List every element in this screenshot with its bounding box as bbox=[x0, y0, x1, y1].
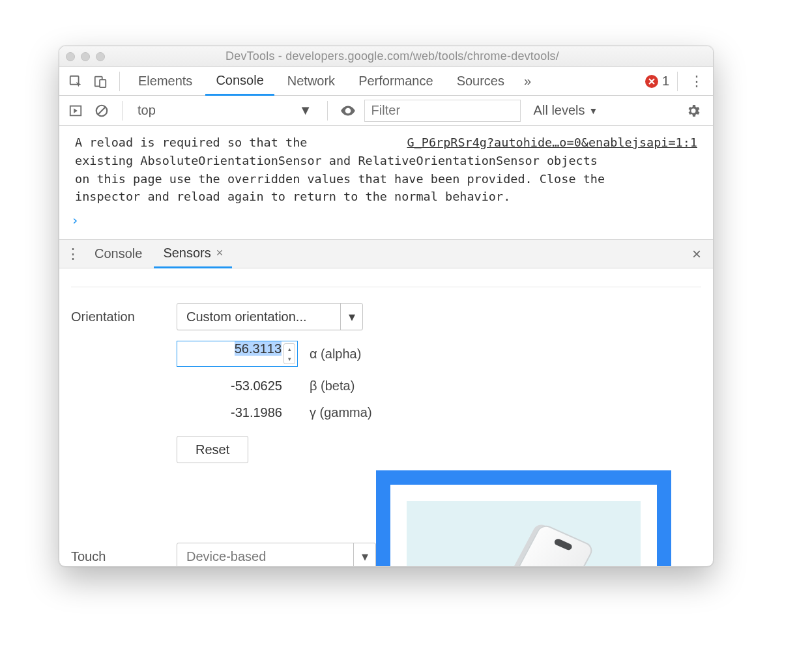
tab-performance[interactable]: Performance bbox=[348, 67, 444, 95]
orientation-preview-highlight bbox=[376, 470, 671, 566]
alpha-value: 56.3113 bbox=[235, 341, 282, 356]
drawer-tab-console[interactable]: Console bbox=[85, 240, 151, 268]
chevron-down-icon: ▼ bbox=[299, 103, 312, 118]
error-icon bbox=[645, 75, 658, 88]
window-title: DevTools - developers.google.com/web/too… bbox=[78, 50, 706, 63]
gamma-label: γ (gamma) bbox=[310, 405, 372, 420]
beta-label: β (beta) bbox=[310, 379, 355, 393]
tab-console[interactable]: Console bbox=[205, 68, 274, 96]
svg-rect-2 bbox=[100, 79, 106, 87]
orientation-preview[interactable] bbox=[407, 501, 641, 566]
titlebar: DevTools - developers.google.com/web/too… bbox=[59, 46, 713, 67]
main-tabstrip: Elements Console Network Performance Sou… bbox=[59, 67, 713, 96]
beta-value[interactable]: -53.0625 bbox=[177, 379, 298, 393]
orientation-label: Orientation bbox=[71, 309, 162, 324]
drawer-close-button[interactable]: × bbox=[692, 245, 701, 263]
more-menu-icon[interactable]: ⋮ bbox=[686, 70, 708, 93]
filter-input[interactable] bbox=[364, 100, 521, 122]
drawer-tab-sensors[interactable]: Sensors × bbox=[154, 240, 232, 268]
levels-label: All levels bbox=[534, 103, 585, 118]
console-toolbar: top ▼ All levels ▼ bbox=[59, 96, 713, 126]
tab-network[interactable]: Network bbox=[277, 67, 345, 95]
chevron-down-icon: ▾ bbox=[353, 543, 375, 566]
chevron-down-icon: ▾ bbox=[340, 304, 362, 330]
context-selector[interactable]: top ▼ bbox=[133, 100, 317, 122]
inspect-icon[interactable] bbox=[65, 70, 87, 93]
touch-select-value: Device-based bbox=[177, 549, 353, 564]
source-link[interactable]: G_P6rpRSr4g?autohide…o=0&enablejsapi=1:1 bbox=[407, 134, 697, 152]
device-toggle-icon[interactable] bbox=[89, 70, 111, 93]
tabs-overflow-button[interactable]: » bbox=[517, 67, 538, 95]
orientation-select[interactable]: Custom orientation... ▾ bbox=[177, 303, 363, 330]
log-levels-selector[interactable]: All levels ▼ bbox=[534, 103, 598, 118]
console-prompt[interactable]: › bbox=[59, 212, 713, 233]
error-count-badge[interactable]: 1 bbox=[645, 74, 669, 89]
phone-model bbox=[452, 522, 595, 566]
tab-elements[interactable]: Elements bbox=[128, 67, 203, 95]
touch-label: Touch bbox=[71, 549, 162, 564]
execute-icon[interactable] bbox=[66, 101, 85, 121]
orientation-select-value: Custom orientation... bbox=[177, 309, 340, 324]
drawer-tabstrip: ⋮ Console Sensors × × bbox=[59, 240, 713, 268]
drawer-menu-icon[interactable]: ⋮ bbox=[63, 246, 83, 263]
error-count: 1 bbox=[662, 74, 669, 89]
alpha-input[interactable]: 56.3113 ▴▾ bbox=[177, 341, 298, 367]
clear-console-icon[interactable] bbox=[92, 101, 111, 121]
traffic-close[interactable] bbox=[66, 52, 75, 61]
tab-sources[interactable]: Sources bbox=[446, 67, 515, 95]
alpha-stepper[interactable]: ▴▾ bbox=[283, 343, 295, 364]
touch-select[interactable]: Device-based ▾ bbox=[177, 543, 376, 566]
eye-icon[interactable] bbox=[338, 101, 358, 121]
console-settings-icon[interactable] bbox=[686, 103, 701, 119]
devtools-window: DevTools - developers.google.com/web/too… bbox=[59, 46, 714, 567]
svg-point-5 bbox=[346, 109, 349, 111]
alpha-label: α (alpha) bbox=[310, 347, 361, 362]
drawer-tab-label: Sensors bbox=[163, 246, 210, 261]
chevron-down-icon: ▼ bbox=[589, 106, 598, 116]
close-icon[interactable]: × bbox=[216, 246, 224, 260]
sensors-panel: Orientation Custom orientation... ▾ 56.3… bbox=[59, 268, 713, 566]
reset-button[interactable]: Reset bbox=[177, 436, 248, 463]
console-message: G_P6rpRSr4g?autohide…o=0&enablejsapi=1:1… bbox=[59, 126, 713, 212]
gamma-value[interactable]: -31.1986 bbox=[177, 405, 298, 420]
context-value: top bbox=[138, 103, 156, 118]
